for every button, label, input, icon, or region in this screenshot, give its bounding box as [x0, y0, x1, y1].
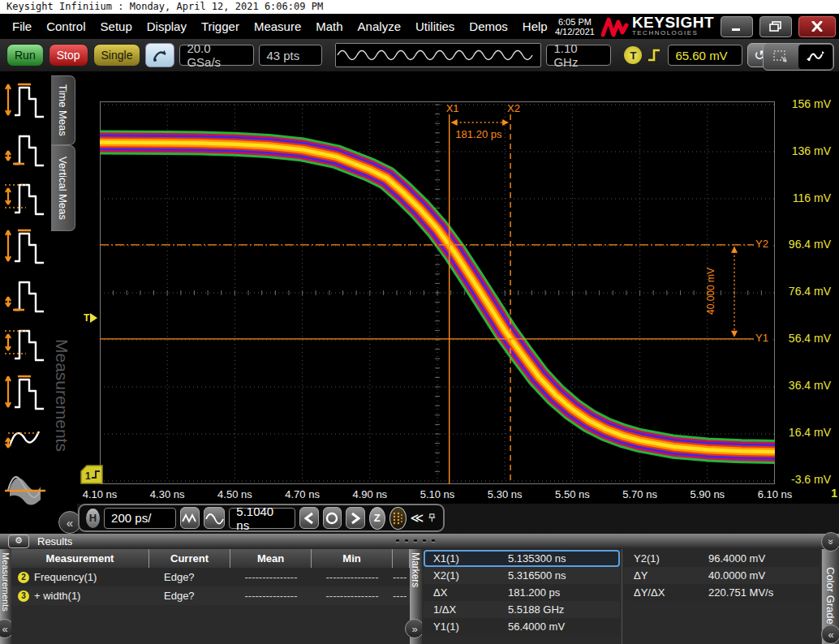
stop-button[interactable]: Stop: [49, 44, 88, 67]
vmax-meas-icon[interactable]: [2, 221, 49, 268]
close-button[interactable]: [798, 16, 836, 37]
vaverage-meas-icon[interactable]: [2, 464, 49, 511]
menu-utilities[interactable]: Utilities: [410, 16, 460, 36]
column-header-measurement[interactable]: Measurement: [11, 549, 149, 568]
acquisition-preview[interactable]: [335, 43, 541, 67]
marker-label: Y1(1): [433, 620, 508, 633]
column-header-mean[interactable]: Mean: [230, 549, 312, 568]
measurement-current: Edge?: [149, 568, 230, 586]
tab-time-meas[interactable]: Time Meas: [51, 75, 75, 145]
move-waveform-mode[interactable]: [798, 45, 833, 69]
measurement-row[interactable]: 2Frequency(1)Edge?----------------------…: [11, 568, 410, 586]
marker-value: 5.5188 GHz: [508, 603, 618, 616]
menu-demos[interactable]: Demos: [463, 16, 514, 36]
single-button[interactable]: Single: [93, 44, 141, 67]
plot-area: X1 X2 Y1 Y2 181.20 ps 40.000 mV 156 mV13…: [77, 71, 839, 504]
x2-cursor-label[interactable]: X2: [506, 102, 522, 114]
zoom-button[interactable]: Z: [369, 507, 386, 530]
marker-row-x11[interactable]: X1(1)5.135300 ns: [424, 550, 620, 567]
position-right-button[interactable]: [346, 507, 364, 529]
pin-icon[interactable]: [428, 511, 437, 525]
x-tick-label: 5.10 ns: [420, 488, 455, 500]
sample-rate-field[interactable]: 20.0 GSa/s: [179, 45, 254, 66]
color-grade-expand-button[interactable]: »: [821, 532, 839, 552]
panel-splitter-handle[interactable]: [396, 539, 435, 542]
touch-gesture-button[interactable]: [145, 43, 174, 67]
color-grade-collapse-button[interactable]: «: [821, 625, 839, 644]
menu-items: FileControlSetupDisplayTriggerMeasureMat…: [0, 16, 553, 36]
timebase-slower-button[interactable]: [204, 507, 225, 529]
marker-row-x21[interactable]: X2(1)5.316500 ns: [424, 567, 620, 584]
measurement-row[interactable]: 3+ width(1)Edge?------------------------…: [11, 586, 410, 605]
zoom-box-mode[interactable]: [764, 44, 798, 70]
marker-row-x[interactable]: ΔX181.200 ps: [424, 584, 620, 601]
horizontal-bar: H 200 ps/ 5.1040 ns Z ≪: [78, 504, 445, 532]
channel-ground-marker[interactable]: 1: [80, 464, 104, 485]
vtop-meas-icon[interactable]: [2, 75, 49, 122]
timebase-position-field[interactable]: 5.1040 ns: [229, 508, 295, 529]
y2-cursor-label[interactable]: Y2: [754, 238, 770, 250]
trigger-badge[interactable]: T: [624, 46, 642, 64]
menu-analyze[interactable]: Analyze: [352, 16, 407, 36]
gear-icon: ⚙: [15, 535, 23, 545]
vmin-meas-icon[interactable]: [2, 269, 49, 316]
position-zero-button[interactable]: [323, 507, 342, 529]
zoom-z-icon: Z: [374, 512, 381, 524]
vamplitude-meas-icon[interactable]: [2, 172, 49, 219]
compressed-wave-icon: [181, 513, 199, 524]
marker-row-1x[interactable]: 1/ΔX5.5188 GHz: [424, 601, 620, 618]
measurement-mean: ---------------: [230, 568, 312, 586]
measurement-min: ---------------: [312, 568, 393, 586]
marker-row-y21[interactable]: Y2(1)96.4000 mV: [624, 550, 820, 567]
run-button[interactable]: Run: [6, 44, 44, 67]
vpp-meas-icon[interactable]: [2, 318, 49, 365]
markers-table: X1(1)5.135300 nsX2(1)5.316500 nsΔX181.20…: [422, 549, 821, 644]
marker-row-yx[interactable]: ΔY/ΔX220.751 MV/s: [624, 584, 820, 601]
position-left-button[interactable]: [299, 507, 318, 529]
x1-cursor-label[interactable]: X1: [445, 102, 461, 114]
minimize-button[interactable]: [721, 16, 753, 37]
horizontal-badge[interactable]: H: [86, 509, 100, 528]
menu-measure[interactable]: Measure: [248, 16, 307, 36]
menu-file[interactable]: File: [6, 16, 37, 36]
y1-cursor-label[interactable]: Y1: [754, 332, 770, 344]
marker-row-y[interactable]: ΔY40.0000 mV: [624, 567, 820, 584]
marker-label: X2(1): [433, 569, 508, 582]
timebase-faster-button[interactable]: [180, 507, 200, 529]
column-header-current[interactable]: Current: [149, 549, 230, 568]
trigger-level-field[interactable]: 65.60 mV: [668, 45, 742, 66]
pattern-button[interactable]: [389, 507, 407, 530]
tab-vertical-meas[interactable]: Vertical Meas: [51, 145, 75, 231]
memory-depth-field[interactable]: 43 pts: [259, 45, 322, 66]
trigger-edge-icon: [647, 47, 663, 63]
keysight-logo-text: KEYSIGHT TECHNOLOGIES: [632, 16, 714, 36]
timebase-scale-field[interactable]: 200 ps/: [104, 508, 176, 529]
results-settings-button[interactable]: ⚙: [8, 535, 29, 548]
collapse-hbar[interactable]: ≪: [411, 512, 424, 525]
chevron-left-icon: [304, 512, 314, 525]
x-tick-label: 5.30 ns: [488, 488, 523, 500]
delta-x-annotation: 181.20 ps: [454, 128, 503, 140]
brand-name: KEYSIGHT: [632, 16, 714, 29]
graticule[interactable]: X1 X2 Y1 Y2 181.20 ps 40.000 mV: [100, 101, 775, 484]
cursor-overlay[interactable]: [100, 101, 775, 484]
measurement-mean: ---------------: [230, 586, 312, 605]
vbase-meas-icon[interactable]: [2, 123, 49, 170]
menu-setup[interactable]: Setup: [95, 16, 138, 36]
restore-button[interactable]: [759, 16, 792, 37]
zero-icon: [325, 512, 338, 525]
trigger-counter-field[interactable]: 1.10 GHz: [546, 45, 611, 66]
clock-date: 4/12/2021: [555, 27, 595, 36]
menu-math[interactable]: Math: [310, 16, 348, 36]
vupper-meas-icon[interactable]: [2, 367, 49, 414]
menu-control[interactable]: Control: [41, 16, 91, 36]
menu-help[interactable]: Help: [517, 16, 553, 36]
marker-value: 5.135300 ns: [508, 552, 618, 565]
trigger-level-marker[interactable]: T: [84, 312, 97, 324]
menu-display[interactable]: Display: [141, 16, 192, 36]
marker-row-y11[interactable]: Y1(1)56.4000 mV: [424, 618, 620, 635]
column-header-min[interactable]: Min: [312, 549, 393, 568]
vrms-meas-icon[interactable]: [2, 415, 49, 462]
pointer-mode-toggle[interactable]: [763, 43, 834, 71]
menu-trigger[interactable]: Trigger: [196, 16, 245, 36]
